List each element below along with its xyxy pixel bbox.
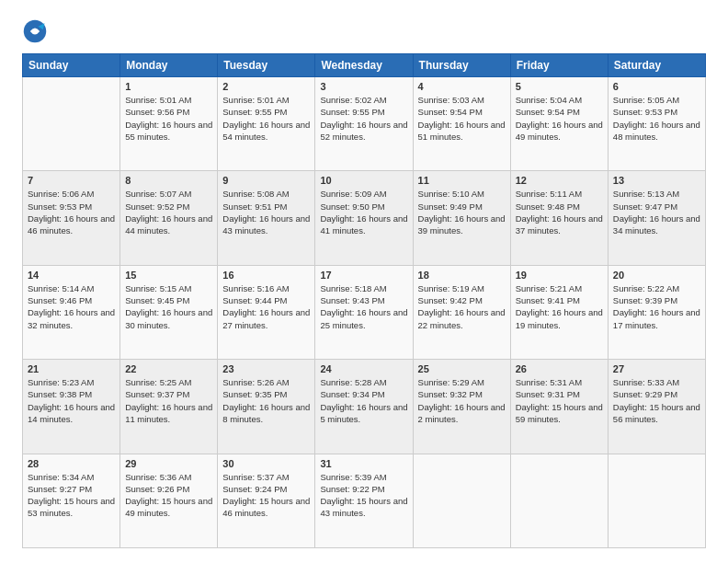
day-number: 22 <box>125 363 212 374</box>
day-of-week-header: Friday <box>510 54 608 77</box>
calendar-day-cell: 11 Sunrise: 5:10 AMSunset: 9:49 PMDaylig… <box>413 171 510 265</box>
day-detail: Sunrise: 5:19 AMSunset: 9:42 PMDaylight:… <box>418 282 506 331</box>
calendar: SundayMondayTuesdayWednesdayThursdayFrid… <box>22 53 706 548</box>
day-number: 30 <box>222 458 310 469</box>
day-detail: Sunrise: 5:31 AMSunset: 9:31 PMDaylight:… <box>516 376 603 425</box>
calendar-day-cell <box>413 454 510 547</box>
day-number: 16 <box>222 270 310 281</box>
day-number: 28 <box>28 458 115 469</box>
day-number: 9 <box>222 175 310 186</box>
calendar-week-row: 28 Sunrise: 5:34 AMSunset: 9:27 PMDaylig… <box>23 454 706 547</box>
calendar-day-cell <box>510 454 608 547</box>
day-number: 1 <box>125 81 212 92</box>
day-detail: Sunrise: 5:33 AMSunset: 9:29 PMDaylight:… <box>613 376 700 425</box>
day-detail: Sunrise: 5:01 AMSunset: 9:55 PMDaylight:… <box>222 94 310 143</box>
calendar-day-cell: 21 Sunrise: 5:23 AMSunset: 9:38 PMDaylig… <box>23 360 120 454</box>
calendar-day-cell: 26 Sunrise: 5:31 AMSunset: 9:31 PMDaylig… <box>510 360 608 454</box>
calendar-day-cell: 27 Sunrise: 5:33 AMSunset: 9:29 PMDaylig… <box>608 360 705 454</box>
day-detail: Sunrise: 5:14 AMSunset: 9:46 PMDaylight:… <box>28 282 115 331</box>
calendar-day-cell: 1 Sunrise: 5:01 AMSunset: 9:56 PMDayligh… <box>120 77 218 171</box>
logo <box>22 18 51 44</box>
day-of-week-header: Thursday <box>413 54 510 77</box>
day-detail: Sunrise: 5:39 AMSunset: 9:22 PMDaylight:… <box>320 471 407 520</box>
calendar-day-cell <box>608 454 705 547</box>
day-detail: Sunrise: 5:13 AMSunset: 9:47 PMDaylight:… <box>613 188 700 236</box>
day-detail: Sunrise: 5:15 AMSunset: 9:45 PMDaylight:… <box>125 282 212 331</box>
calendar-week-row: 1 Sunrise: 5:01 AMSunset: 9:56 PMDayligh… <box>23 77 706 171</box>
day-detail: Sunrise: 5:01 AMSunset: 9:56 PMDaylight:… <box>125 94 212 143</box>
day-number: 8 <box>125 175 212 186</box>
day-of-week-header: Wednesday <box>315 54 413 77</box>
day-number: 20 <box>613 270 700 281</box>
calendar-day-cell: 2 Sunrise: 5:01 AMSunset: 9:55 PMDayligh… <box>218 77 315 171</box>
day-of-week-header: Saturday <box>608 54 705 77</box>
day-detail: Sunrise: 5:07 AMSunset: 9:52 PMDaylight:… <box>125 188 212 236</box>
day-detail: Sunrise: 5:09 AMSunset: 9:50 PMDaylight:… <box>320 188 407 236</box>
day-detail: Sunrise: 5:02 AMSunset: 9:55 PMDaylight:… <box>320 94 407 143</box>
day-detail: Sunrise: 5:37 AMSunset: 9:24 PMDaylight:… <box>222 471 310 520</box>
day-detail: Sunrise: 5:16 AMSunset: 9:44 PMDaylight:… <box>222 282 310 331</box>
day-detail: Sunrise: 5:22 AMSunset: 9:39 PMDaylight:… <box>613 282 700 331</box>
calendar-day-cell: 14 Sunrise: 5:14 AMSunset: 9:46 PMDaylig… <box>23 265 120 359</box>
day-of-week-header: Tuesday <box>218 54 315 77</box>
calendar-day-cell: 22 Sunrise: 5:25 AMSunset: 9:37 PMDaylig… <box>120 360 218 454</box>
calendar-header-row: SundayMondayTuesdayWednesdayThursdayFrid… <box>23 54 706 77</box>
calendar-day-cell: 30 Sunrise: 5:37 AMSunset: 9:24 PMDaylig… <box>218 454 315 547</box>
calendar-day-cell: 8 Sunrise: 5:07 AMSunset: 9:52 PMDayligh… <box>120 171 218 265</box>
day-detail: Sunrise: 5:36 AMSunset: 9:26 PMDaylight:… <box>125 471 212 520</box>
day-number: 24 <box>320 363 407 374</box>
page: SundayMondayTuesdayWednesdayThursdayFrid… <box>0 0 728 563</box>
calendar-day-cell: 7 Sunrise: 5:06 AMSunset: 9:53 PMDayligh… <box>23 171 120 265</box>
day-detail: Sunrise: 5:29 AMSunset: 9:32 PMDaylight:… <box>418 376 506 425</box>
day-detail: Sunrise: 5:08 AMSunset: 9:51 PMDaylight:… <box>222 188 310 236</box>
day-number: 18 <box>418 270 506 281</box>
day-number: 6 <box>613 81 700 92</box>
calendar-day-cell: 6 Sunrise: 5:05 AMSunset: 9:53 PMDayligh… <box>608 77 705 171</box>
day-number: 4 <box>418 81 506 92</box>
day-number: 27 <box>613 363 700 374</box>
calendar-day-cell: 23 Sunrise: 5:26 AMSunset: 9:35 PMDaylig… <box>218 360 315 454</box>
day-number: 10 <box>320 175 407 186</box>
calendar-day-cell: 25 Sunrise: 5:29 AMSunset: 9:32 PMDaylig… <box>413 360 510 454</box>
day-number: 25 <box>418 363 506 374</box>
calendar-day-cell: 13 Sunrise: 5:13 AMSunset: 9:47 PMDaylig… <box>608 171 705 265</box>
calendar-day-cell: 3 Sunrise: 5:02 AMSunset: 9:55 PMDayligh… <box>315 77 413 171</box>
day-detail: Sunrise: 5:03 AMSunset: 9:54 PMDaylight:… <box>418 94 506 143</box>
calendar-day-cell <box>23 77 120 171</box>
calendar-day-cell: 18 Sunrise: 5:19 AMSunset: 9:42 PMDaylig… <box>413 265 510 359</box>
day-detail: Sunrise: 5:25 AMSunset: 9:37 PMDaylight:… <box>125 376 212 425</box>
day-detail: Sunrise: 5:05 AMSunset: 9:53 PMDaylight:… <box>613 94 700 143</box>
day-number: 13 <box>613 175 700 186</box>
day-detail: Sunrise: 5:11 AMSunset: 9:48 PMDaylight:… <box>516 188 603 236</box>
day-detail: Sunrise: 5:28 AMSunset: 9:34 PMDaylight:… <box>320 376 407 425</box>
calendar-week-row: 7 Sunrise: 5:06 AMSunset: 9:53 PMDayligh… <box>23 171 706 265</box>
calendar-day-cell: 28 Sunrise: 5:34 AMSunset: 9:27 PMDaylig… <box>23 454 120 547</box>
calendar-day-cell: 17 Sunrise: 5:18 AMSunset: 9:43 PMDaylig… <box>315 265 413 359</box>
day-of-week-header: Sunday <box>23 54 120 77</box>
day-number: 19 <box>516 270 603 281</box>
calendar-week-row: 21 Sunrise: 5:23 AMSunset: 9:38 PMDaylig… <box>23 360 706 454</box>
day-number: 17 <box>320 270 407 281</box>
day-detail: Sunrise: 5:34 AMSunset: 9:27 PMDaylight:… <box>28 471 115 520</box>
calendar-week-row: 14 Sunrise: 5:14 AMSunset: 9:46 PMDaylig… <box>23 265 706 359</box>
day-detail: Sunrise: 5:06 AMSunset: 9:53 PMDaylight:… <box>28 188 115 236</box>
calendar-day-cell: 24 Sunrise: 5:28 AMSunset: 9:34 PMDaylig… <box>315 360 413 454</box>
day-number: 11 <box>418 175 506 186</box>
calendar-day-cell: 16 Sunrise: 5:16 AMSunset: 9:44 PMDaylig… <box>218 265 315 359</box>
calendar-day-cell: 31 Sunrise: 5:39 AMSunset: 9:22 PMDaylig… <box>315 454 413 547</box>
calendar-day-cell: 29 Sunrise: 5:36 AMSunset: 9:26 PMDaylig… <box>120 454 218 547</box>
day-number: 26 <box>516 363 603 374</box>
day-detail: Sunrise: 5:04 AMSunset: 9:54 PMDaylight:… <box>516 94 603 143</box>
day-number: 3 <box>320 81 407 92</box>
calendar-day-cell: 10 Sunrise: 5:09 AMSunset: 9:50 PMDaylig… <box>315 171 413 265</box>
day-number: 12 <box>516 175 603 186</box>
day-detail: Sunrise: 5:23 AMSunset: 9:38 PMDaylight:… <box>28 376 115 425</box>
calendar-day-cell: 9 Sunrise: 5:08 AMSunset: 9:51 PMDayligh… <box>218 171 315 265</box>
logo-icon <box>22 18 48 44</box>
calendar-day-cell: 5 Sunrise: 5:04 AMSunset: 9:54 PMDayligh… <box>510 77 608 171</box>
day-number: 15 <box>125 270 212 281</box>
day-number: 14 <box>28 270 115 281</box>
calendar-day-cell: 15 Sunrise: 5:15 AMSunset: 9:45 PMDaylig… <box>120 265 218 359</box>
calendar-day-cell: 12 Sunrise: 5:11 AMSunset: 9:48 PMDaylig… <box>510 171 608 265</box>
day-detail: Sunrise: 5:10 AMSunset: 9:49 PMDaylight:… <box>418 188 506 236</box>
